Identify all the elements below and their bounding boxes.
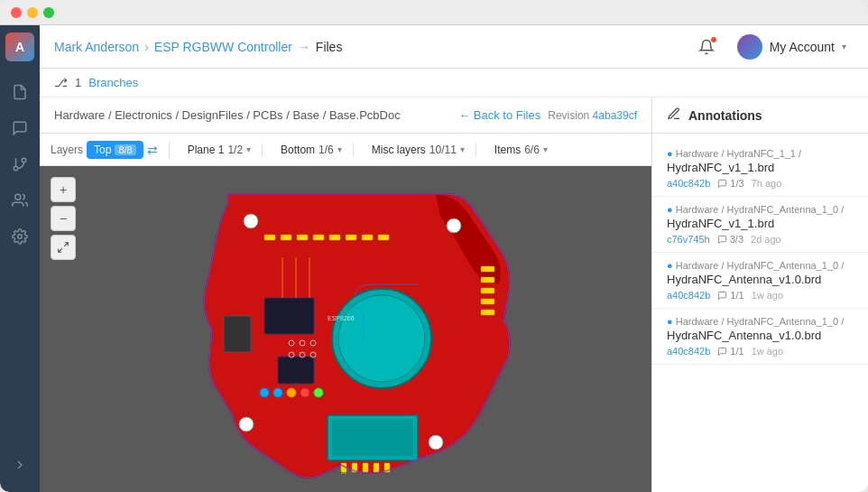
- layers-group: Layers Top 8/8 ⇄: [51, 141, 170, 159]
- svg-point-39: [314, 388, 323, 397]
- annotation-item[interactable]: ● Hardware / HydraNFC_Antenna_1_0 / Hydr…: [652, 309, 868, 365]
- maximize-button[interactable]: [43, 7, 54, 18]
- sidebar-collapse-button[interactable]: [4, 449, 36, 481]
- items-select[interactable]: Items 6/6 ▾: [494, 144, 548, 156]
- svg-line-5: [64, 243, 68, 246]
- breadcrumb-section: Files: [316, 40, 343, 54]
- annotation-item[interactable]: ● Hardware / HydraNFC_1_1 / HydraNFC_v1_…: [652, 141, 868, 197]
- annotation-path: ● Hardware / HydraNFC_Antenna_1_0 /: [667, 204, 854, 215]
- pcb-canvas[interactable]: + −: [40, 166, 651, 492]
- annotation-meta: c76v745h 3/3 2d ago: [667, 234, 854, 245]
- sidebar-item-files[interactable]: [4, 76, 36, 108]
- items-group: Items 6/6 ▾: [484, 144, 559, 156]
- svg-rect-18: [313, 235, 324, 240]
- annotation-time: 1w ago: [752, 290, 783, 301]
- topnav-right: My Account ▾: [694, 31, 854, 63]
- pcb-board-visualization: ESP8266 J1: [174, 176, 517, 483]
- svg-rect-47: [363, 463, 368, 472]
- annotation-item[interactable]: ● Hardware / HydraNFC_Antenna_1_0 / Hydr…: [652, 197, 868, 253]
- annotation-item[interactable]: ● Hardware / HydraNFC_Antenna_1_0 / Hydr…: [652, 253, 868, 309]
- misc-dropdown-icon: ▾: [460, 144, 465, 154]
- annotation-path: ● Hardware / HydraNFC_Antenna_1_0 /: [667, 260, 854, 271]
- svg-rect-21: [362, 235, 373, 240]
- sidebar-item-settings[interactable]: [4, 220, 36, 253]
- annotation-filename: HydraNFC_v1_1.brd: [667, 161, 854, 174]
- notifications-button[interactable]: [694, 34, 719, 60]
- bottom-group: Bottom 1/6 ▾: [270, 144, 354, 156]
- svg-point-7: [244, 214, 258, 228]
- breadcrumb-project[interactable]: ESP RGBWW Controller: [154, 40, 292, 54]
- svg-rect-43: [481, 299, 494, 304]
- breadcrumb-sep2: →: [298, 40, 310, 54]
- svg-point-10: [429, 435, 443, 450]
- annotation-user[interactable]: c76v745h: [667, 234, 710, 245]
- branches-link[interactable]: Branches: [88, 76, 138, 89]
- annotation-comments: 1/1: [717, 290, 743, 301]
- annotation-user[interactable]: a40c842b: [667, 346, 710, 357]
- svg-point-38: [300, 388, 309, 397]
- annotation-user[interactable]: a40c842b: [667, 290, 710, 301]
- layer-arrows-icon[interactable]: ⇄: [147, 143, 158, 157]
- app-window: A: [0, 0, 868, 492]
- annotation-comments: 1/1: [717, 346, 743, 357]
- top-navigation: Mark Anderson › ESP RGBWW Controller → F…: [40, 25, 868, 69]
- plane-select[interactable]: Plane 1 1/2 ▾: [188, 144, 251, 156]
- svg-rect-48: [374, 463, 379, 472]
- annotation-time: 1w ago: [752, 346, 783, 357]
- layer-toolbar: Layers Top 8/8 ⇄ Plane 1 1/2 ▾: [40, 134, 651, 166]
- annotation-filename: HydraNFC_v1_1.brd: [667, 217, 854, 230]
- branch-count: 1: [75, 76, 81, 89]
- svg-point-12: [338, 295, 425, 382]
- annotation-filename: HydraNFC_Antenna_v1.0.brd: [667, 273, 854, 286]
- account-button[interactable]: My Account ▾: [730, 31, 854, 63]
- sidebar-item-comments[interactable]: [4, 112, 36, 144]
- svg-point-2: [14, 166, 18, 171]
- notification-badge: [710, 36, 717, 43]
- svg-point-9: [239, 417, 254, 432]
- svg-point-4: [18, 235, 23, 239]
- svg-point-37: [287, 388, 296, 397]
- sidebar-item-branches[interactable]: [4, 148, 36, 181]
- branches-bar: ⎇ 1 Branches: [40, 69, 868, 97]
- top-layer-button[interactable]: Top 8/8: [87, 141, 143, 159]
- app-body: A: [0, 25, 868, 492]
- svg-rect-42: [481, 288, 494, 293]
- fit-view-button[interactable]: [51, 235, 76, 260]
- svg-rect-22: [378, 235, 389, 240]
- misc-select[interactable]: Misc layers 10/11 ▾: [372, 144, 465, 156]
- annotation-meta: a40c842b 1/1 1w ago: [667, 290, 854, 301]
- revision-label: Revision 4aba39cf: [548, 109, 637, 122]
- zoom-in-button[interactable]: +: [51, 177, 76, 202]
- plane-dropdown-icon: ▾: [246, 144, 251, 154]
- svg-rect-14: [332, 420, 413, 456]
- minimize-button[interactable]: [27, 7, 38, 18]
- breadcrumb-user[interactable]: Mark Anderson: [54, 40, 139, 54]
- annotation-path: ● Hardware / HydraNFC_Antenna_1_0 /: [667, 316, 854, 327]
- svg-text:ESP8266: ESP8266: [328, 315, 355, 321]
- file-header: Hardware / Electronics / DesignFiles / P…: [40, 97, 651, 134]
- back-to-files-button[interactable]: ← Back to Files: [458, 108, 540, 122]
- close-button[interactable]: [11, 7, 22, 18]
- svg-rect-25: [224, 316, 251, 352]
- svg-rect-17: [297, 235, 308, 240]
- sidebar-item-members[interactable]: [4, 184, 36, 217]
- svg-line-6: [59, 248, 62, 252]
- plane-group: Plane 1 1/2 ▾: [177, 144, 263, 156]
- sidebar: A: [0, 25, 40, 492]
- svg-point-8: [447, 218, 461, 233]
- zoom-out-button[interactable]: −: [51, 206, 76, 231]
- bottom-count: 1/6: [319, 144, 334, 156]
- logo[interactable]: A: [5, 32, 34, 61]
- annotation-filename: HydraNFC_Antenna_v1.0.brd: [667, 329, 854, 342]
- breadcrumb-sep1: ›: [144, 40, 149, 54]
- annotations-icon: [667, 107, 681, 124]
- annotation-meta: a40c842b 1/3 7h ago: [667, 178, 854, 189]
- revision-hash[interactable]: 4aba39cf: [593, 109, 637, 122]
- items-count: 6/6: [524, 144, 540, 156]
- annotation-comments: 1/3: [717, 178, 743, 189]
- misc-count: 10/11: [429, 144, 457, 156]
- annotation-user[interactable]: a40c842b: [667, 178, 710, 189]
- branch-icon: ⎇: [54, 76, 68, 89]
- bottom-select[interactable]: Bottom 1/6 ▾: [281, 144, 342, 156]
- annotation-comments: 3/3: [717, 234, 743, 245]
